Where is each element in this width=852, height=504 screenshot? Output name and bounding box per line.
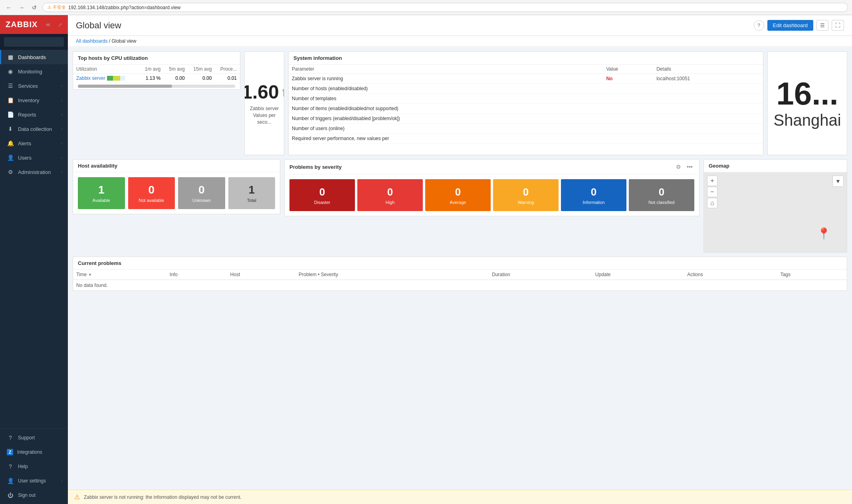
sidebar-item-alerts[interactable]: 🔔 Alerts ›	[0, 136, 68, 150]
widgets-row-3: Current problems Time ▼ Info	[73, 257, 847, 291]
forward-button[interactable]: →	[17, 3, 26, 12]
sidebar-logo: ZABBIX ≪ ⤢	[0, 15, 68, 34]
chevron-right-icon: ›	[61, 69, 62, 74]
avail-number: 1	[98, 184, 105, 196]
col-info[interactable]: Info	[166, 270, 227, 280]
sidebar-item-dashboards[interactable]: ▦ Dashboards	[0, 50, 68, 64]
sidebar-expand-button[interactable]: ⤢	[58, 22, 62, 28]
sidebar-item-support[interactable]: ? Support	[0, 431, 68, 445]
help-button[interactable]: ?	[754, 20, 764, 31]
host-link[interactable]: Zabbix server	[76, 75, 105, 81]
sev-number: 0	[523, 186, 529, 198]
avail-label: Not available	[139, 198, 164, 203]
geomap-area: + − ⌂ ▼ 📍	[704, 172, 847, 252]
sidebar-item-label: Monitoring	[18, 69, 57, 75]
sidebar-item-help[interactable]: ? Help	[0, 459, 68, 474]
value-cell	[603, 84, 653, 94]
sev-label: Information	[583, 200, 604, 205]
detail-cell	[653, 94, 763, 104]
sev-label: Disaster	[314, 200, 330, 205]
current-problems-header: Current problems	[73, 257, 847, 270]
top-hosts-widget: Top hosts by CPU utilization Utilization…	[73, 51, 240, 90]
warning-banner: ⚠ Zabbix server is not running: the info…	[68, 490, 852, 504]
geomap-filter-button[interactable]: ▼	[832, 176, 844, 187]
sidebar-item-reports[interactable]: 📄 Reports ›	[0, 107, 68, 122]
col-5m: 5m avg	[164, 65, 188, 74]
sign-out-icon: ⏻	[7, 492, 14, 498]
vps-value: 1.60	[244, 81, 279, 103]
zoom-out-button[interactable]: −	[707, 187, 717, 197]
monitoring-icon: ◉	[7, 68, 14, 75]
sidebar-item-label: Dashboards	[18, 54, 62, 60]
current-problems-title: Current problems	[78, 260, 121, 266]
sev-label: Warning	[518, 200, 534, 205]
back-button[interactable]: ←	[4, 3, 14, 12]
dashboard-fullscreen-button[interactable]: ⛶	[832, 20, 844, 31]
col-problem[interactable]: Problem • Severity	[295, 270, 489, 280]
table-row: Number of hosts (enabled/disabled)	[289, 84, 763, 94]
bar-light	[120, 76, 125, 81]
edit-dashboard-button[interactable]: Edit dashboard	[767, 20, 813, 31]
alerts-icon: 🔔	[7, 140, 14, 146]
system-info-header: System information	[289, 52, 763, 65]
home-button[interactable]: ⌂	[707, 198, 717, 208]
host-availability-widget: Host availability 1 Available 0 Not avai…	[73, 159, 280, 214]
host-avail-title: Host availability	[78, 163, 117, 169]
table-row: Required server performance, new values …	[289, 134, 763, 144]
breadcrumb-all-dashboards[interactable]: All dashboards	[76, 38, 107, 44]
sidebar-collapse-button[interactable]: ≪	[46, 22, 51, 28]
services-icon: ☰	[7, 83, 14, 89]
widget-more-button[interactable]: •••	[685, 163, 694, 171]
table-row: Number of triggers (enabled/disabled [pr…	[289, 114, 763, 124]
refresh-button[interactable]: ↺	[30, 3, 39, 12]
chevron-right-icon: ›	[61, 84, 62, 88]
table-row: Number of templates	[289, 94, 763, 104]
dashboard-menu-button[interactable]: ☰	[816, 20, 828, 31]
integrations-icon: Z	[7, 449, 13, 455]
util-bar-container: Zabbix server	[76, 75, 137, 81]
app-wrapper: ZABBIX ≪ ⤢ ▦ Dashboards ◉ Monitoring › ☰…	[0, 15, 852, 504]
sidebar-item-integrations[interactable]: Z Integrations	[0, 445, 68, 459]
sidebar-item-inventory[interactable]: 📋 Inventory ›	[0, 93, 68, 107]
col-duration[interactable]: Duration	[489, 270, 592, 280]
search-input[interactable]	[4, 37, 64, 47]
administration-icon: ⚙	[7, 169, 14, 175]
help-icon: ?	[7, 463, 14, 470]
zoom-in-button[interactable]: +	[707, 176, 717, 186]
proc-cell: 0.01	[215, 74, 240, 83]
vps-number: 1.60 ↑	[244, 81, 284, 103]
problems-by-severity-widget: Problems by severity ⚙ ••• 0 Disaster 0	[284, 159, 699, 216]
vps-label: Zabbix serverValues per seco...	[250, 105, 279, 125]
sev-disaster: 0 Disaster	[289, 179, 355, 211]
col-time[interactable]: Time ▼	[73, 270, 166, 280]
table-row: Number of users (online)	[289, 124, 763, 134]
col-tags[interactable]: Tags	[777, 270, 847, 280]
sidebar-item-monitoring[interactable]: ◉ Monitoring ›	[0, 64, 68, 79]
sidebar-search-area	[0, 34, 68, 50]
support-icon: ?	[7, 435, 14, 441]
host-avail-header: Host availability	[73, 160, 280, 172]
sev-number: 0	[659, 186, 664, 198]
detail-cell	[653, 104, 763, 114]
sidebar-item-data-collection[interactable]: ⬇ Data collection ›	[0, 122, 68, 136]
col-update[interactable]: Update	[592, 270, 684, 280]
problems-severity-title: Problems by severity	[289, 164, 342, 170]
col-host[interactable]: Host	[227, 270, 295, 280]
sidebar-item-user-settings[interactable]: 👤 User settings ›	[0, 474, 68, 488]
param-cell: Number of templates	[289, 94, 603, 104]
widget-scrollbar[interactable]	[78, 85, 235, 88]
sidebar-item-services[interactable]: ☰ Services ›	[0, 79, 68, 93]
sidebar-item-administration[interactable]: ⚙ Administration ›	[0, 165, 68, 179]
sidebar-item-label: Administration	[18, 169, 57, 175]
address-bar[interactable]: ⚠ 不安全 192.168.134.148/zabbix.php?action=…	[42, 3, 848, 12]
sidebar-item-label: Services	[18, 83, 57, 89]
value-cell	[603, 124, 653, 134]
chevron-right-icon: ›	[61, 141, 62, 146]
sidebar-item-users[interactable]: 👤 Users ›	[0, 150, 68, 165]
sev-number: 0	[319, 186, 325, 198]
widget-settings-button[interactable]: ⚙	[674, 163, 683, 171]
sidebar-item-sign-out[interactable]: ⏻ Sign out	[0, 488, 68, 502]
sev-not-classified: 0 Not classified	[629, 179, 694, 211]
col-actions[interactable]: Actions	[684, 270, 777, 280]
main-header: Global view ? Edit dashboard ☰ ⛶	[68, 15, 852, 36]
